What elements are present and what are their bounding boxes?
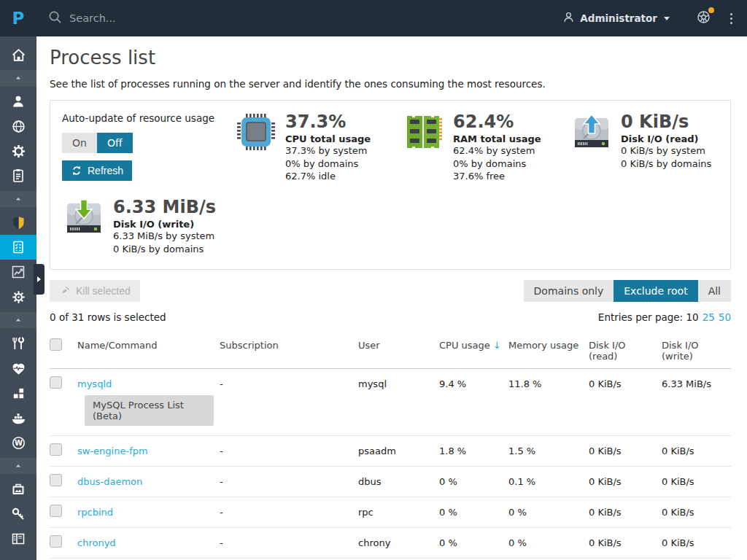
security-shield-icon [11,215,26,230]
chevron-up-icon [13,194,23,204]
filter-all[interactable]: All [698,280,731,302]
select-all-checkbox[interactable] [50,338,62,351]
sidebar-item-services[interactable] [0,284,36,309]
sidebar-item-backup[interactable] [0,477,36,502]
cpu-icon [234,112,278,152]
sidebar-item-docker[interactable] [0,405,36,430]
sidebar-item-customers[interactable] [0,89,36,114]
sidebar-item-extensions[interactable] [0,381,36,405]
sidebar-item-wordpress[interactable]: W [0,430,36,455]
settings-gear-icon [11,144,26,159]
docker-icon [11,411,26,426]
process-name-link[interactable]: sw-engine-fpm [77,446,148,456]
disk-write-cell: 6.33 MiB/s [662,369,731,399]
sidebar-flyout-handle[interactable] [34,264,44,295]
process-name-link[interactable]: dbus-daemon [77,476,142,487]
help-button[interactable] [696,9,711,28]
disk-read-stat: 0 KiB/s Disk I/O (read) 0 KiB/s by syste… [570,112,719,183]
disk-write-value: 6.33 MiB/s [113,198,216,218]
sidebar-item-process-list[interactable] [0,235,36,260]
filter-domains-only[interactable]: Domains only [524,280,614,302]
chevron-up-icon [13,315,23,325]
table-row: chronyd - chrony 0 % 0 % 0 KiB/s 0 KiB/s [50,528,731,559]
memory-cell: 1.5 % [508,436,589,466]
search-icon [48,10,62,27]
process-name-link[interactable]: chronyd [77,537,116,548]
entries-option-50[interactable]: 50 [719,311,731,323]
sidebar-item-home[interactable] [0,42,36,67]
col-user[interactable]: User [358,332,439,357]
col-cpu[interactable]: CPU usage↓ [439,332,508,357]
billing-clipboard-icon [11,168,26,183]
sidebar-collapse-mid2[interactable] [0,312,36,328]
statistics-chart-icon [11,265,26,279]
more-options-button[interactable] [730,13,732,24]
subscription-cell: - [220,528,358,558]
user-cell: dbus [358,467,439,497]
chevron-down-icon [664,17,670,20]
table-row: sw-engine-fpm - psaadm 1.8 % 1.5 % 0 KiB… [50,436,731,467]
sidebar-item-settings[interactable] [0,139,36,163]
disk-write-cell: 0 KiB/s [662,467,731,497]
cpu-stat: 37.3% CPU total usage 37.3% by system 0%… [234,112,402,183]
refresh-button[interactable]: Refresh [62,160,132,181]
table-row: mysqld MySQL Process List (Beta) - mysql… [50,369,731,436]
main-content: Process list See the list of processes r… [36,36,747,560]
selection-row: 0 of 31 rows is selected Entries per pag… [50,311,731,323]
sidebar-item-statistics[interactable] [0,260,36,284]
process-name-link[interactable]: mysqld [77,378,112,389]
sidebar-item-billing[interactable] [0,163,36,188]
row-checkbox[interactable] [50,505,62,517]
sidebar-item-domains[interactable] [0,114,36,139]
row-checkbox[interactable] [50,535,62,548]
sidebar-item-tools[interactable] [0,331,36,356]
entries-per-page: Entries per page: 102550 [598,311,731,323]
sidebar-item-health[interactable] [0,356,36,381]
disk-read-icon [570,112,614,152]
disk-read-label: Disk I/O (read) [621,133,711,144]
search-input[interactable]: Search... [48,10,116,27]
sidebar-collapse-top[interactable] [0,70,36,86]
row-checkbox[interactable] [50,474,62,486]
toggle-off-button[interactable]: Off [97,133,133,153]
row-checkbox[interactable] [50,443,62,456]
plesk-logo[interactable]: P [0,0,36,36]
page-subtitle: See the list of processes running on the… [50,78,731,90]
ram-stat: 62.4% RAM total usage 62.4% by system 0%… [402,112,570,183]
col-memory[interactable]: Memory usage [508,332,589,357]
panel-icon [11,532,26,546]
kill-selected-button[interactable]: Kill selected [50,280,140,302]
row-checkbox[interactable] [50,376,62,389]
sidebar-item-security[interactable] [0,210,36,235]
memory-cell: 0 % [508,528,589,558]
process-name-link[interactable]: rpcbind [77,507,113,518]
disk-write-label: Disk I/O (write) [113,219,216,230]
user-cell: psaadm [358,436,439,466]
disk-read-cell: 0 KiB/s [589,497,662,527]
user-menu[interactable]: Administrator [562,11,670,26]
sidebar-item-ssl[interactable] [0,502,36,526]
col-disk-read[interactable]: Disk I/O (read) [589,332,662,368]
ram-label: RAM total usage [453,133,541,144]
col-disk-write[interactable]: Disk I/O (write) [662,332,731,368]
tools-icon [11,336,26,351]
extensions-icon [12,386,26,400]
user-cell: mysql [358,369,439,399]
entries-option-25[interactable]: 25 [703,311,715,323]
col-subscription[interactable]: Subscription [220,332,358,357]
col-name[interactable]: Name/Command [77,332,220,357]
backup-icon [11,482,26,497]
sidebar-item-panel[interactable] [0,526,36,551]
filter-exclude-root[interactable]: Exclude root [614,280,697,302]
disk-write-icon [62,198,106,237]
memory-cell: 0.1 % [508,467,589,497]
table-toolbar: Kill selected Domains only Exclude root … [50,280,731,302]
disk-read-cell: 0 KiB/s [589,369,662,399]
sidebar-collapse-bottom[interactable] [0,458,36,474]
chevron-right-icon [37,276,41,282]
mysql-process-list-button[interactable]: MySQL Process List (Beta) [85,395,214,426]
toggle-on-button[interactable]: On [62,133,97,153]
health-monitor-icon [11,361,26,376]
auto-update-label: Auto-update of resource usage [62,112,234,124]
sidebar-collapse-mid1[interactable] [0,191,36,207]
